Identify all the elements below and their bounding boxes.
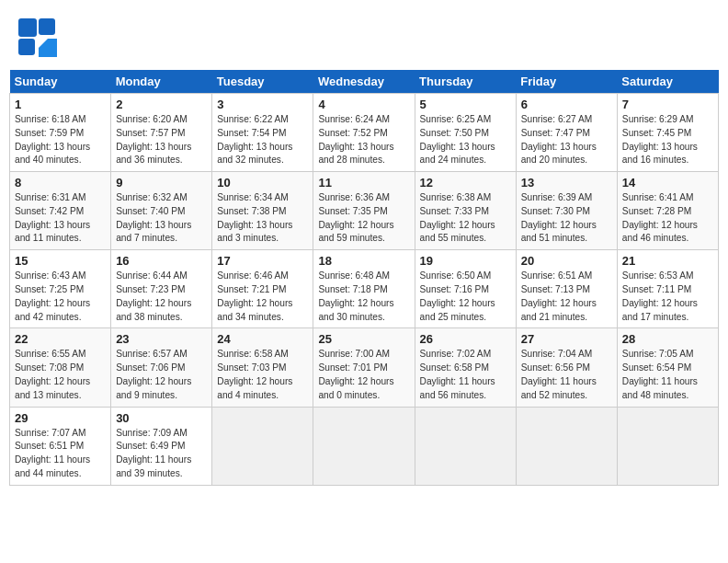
calendar-cell: 17 Sunrise: 6:46 AMSunset: 7:21 PMDaylig… [212,250,313,328]
day-info: Sunrise: 6:38 AMSunset: 7:33 PMDaylight:… [420,191,511,246]
day-number: 17 [217,254,308,268]
day-info: Sunrise: 6:53 AMSunset: 7:11 PMDaylight:… [622,270,713,324]
calendar-cell [516,407,617,485]
day-number: 9 [116,176,207,190]
day-number: 19 [420,254,511,268]
calendar-cell: 10 Sunrise: 6:34 AMSunset: 7:38 PMDaylig… [212,172,313,250]
day-info: Sunrise: 6:25 AMSunset: 7:50 PMDaylight:… [420,113,511,167]
calendar-cell: 9 Sunrise: 6:32 AMSunset: 7:40 PMDayligh… [111,172,212,250]
day-info: Sunrise: 6:22 AMSunset: 7:54 PMDaylight:… [217,113,308,167]
day-number: 4 [318,98,409,111]
calendar-cell: 27 Sunrise: 7:04 AMSunset: 6:56 PMDaylig… [516,328,617,407]
svg-marker-4 [39,39,57,57]
calendar-cell: 22 Sunrise: 6:55 AMSunset: 7:08 PMDaylig… [10,328,111,407]
day-number: 7 [622,98,713,111]
day-number: 10 [217,176,308,190]
day-number: 18 [318,254,409,268]
day-info: Sunrise: 6:34 AMSunset: 7:38 PMDaylight:… [217,191,308,246]
day-info: Sunrise: 6:31 AMSunset: 7:42 PMDaylight:… [15,191,106,246]
day-number: 21 [622,254,713,268]
calendar-cell [313,407,415,485]
logo [9,9,68,64]
calendar-cell [212,407,313,485]
day-info: Sunrise: 6:57 AMSunset: 7:06 PMDaylight:… [116,348,207,402]
calendar-cell: 21 Sunrise: 6:53 AMSunset: 7:11 PMDaylig… [617,250,718,328]
day-number: 20 [521,254,612,268]
day-info: Sunrise: 6:18 AMSunset: 7:59 PMDaylight:… [15,113,106,167]
day-info: Sunrise: 6:29 AMSunset: 7:45 PMDaylight:… [622,113,713,167]
day-number: 8 [15,176,106,190]
col-header-saturday: Saturday [617,70,718,94]
day-info: Sunrise: 6:48 AMSunset: 7:18 PMDaylight:… [318,270,409,324]
day-info: Sunrise: 6:55 AMSunset: 7:08 PMDaylight:… [15,348,106,402]
day-info: Sunrise: 6:20 AMSunset: 7:57 PMDaylight:… [116,113,207,167]
day-number: 24 [217,332,308,346]
col-header-thursday: Thursday [415,70,516,94]
calendar-cell: 15 Sunrise: 6:43 AMSunset: 7:25 PMDaylig… [10,250,111,328]
day-number: 14 [622,176,713,190]
day-info: Sunrise: 7:04 AMSunset: 6:56 PMDaylight:… [521,348,612,402]
calendar-table: SundayMondayTuesdayWednesdayThursdayFrid… [9,70,719,486]
day-info: Sunrise: 6:41 AMSunset: 7:28 PMDaylight:… [622,191,713,246]
day-number: 30 [116,411,207,425]
calendar-cell: 25 Sunrise: 7:00 AMSunset: 7:01 PMDaylig… [313,328,415,407]
calendar-cell: 28 Sunrise: 7:05 AMSunset: 6:54 PMDaylig… [617,328,718,407]
day-number: 29 [15,411,106,425]
day-info: Sunrise: 7:02 AMSunset: 6:58 PMDaylight:… [420,348,511,402]
calendar-cell [415,407,516,485]
day-number: 23 [116,332,207,346]
day-number: 6 [521,98,612,111]
day-number: 22 [15,332,106,346]
calendar-cell: 29 Sunrise: 7:07 AMSunset: 6:51 PMDaylig… [10,407,111,485]
calendar-cell: 18 Sunrise: 6:48 AMSunset: 7:18 PMDaylig… [313,250,415,328]
calendar-cell: 26 Sunrise: 7:02 AMSunset: 6:58 PMDaylig… [415,328,516,407]
day-number: 28 [622,332,713,346]
page-header [9,9,719,64]
calendar-cell: 3 Sunrise: 6:22 AMSunset: 7:54 PMDayligh… [212,94,313,172]
day-number: 3 [217,98,308,111]
calendar-cell: 5 Sunrise: 6:25 AMSunset: 7:50 PMDayligh… [415,94,516,172]
day-info: Sunrise: 6:32 AMSunset: 7:40 PMDaylight:… [116,191,207,246]
day-info: Sunrise: 7:05 AMSunset: 6:54 PMDaylight:… [622,348,713,402]
day-info: Sunrise: 7:00 AMSunset: 7:01 PMDaylight:… [318,348,409,402]
svg-rect-2 [18,39,35,55]
col-header-sunday: Sunday [10,70,111,94]
day-info: Sunrise: 6:44 AMSunset: 7:23 PMDaylight:… [116,270,207,324]
day-number: 26 [420,332,511,346]
day-info: Sunrise: 6:46 AMSunset: 7:21 PMDaylight:… [217,270,308,324]
day-info: Sunrise: 7:09 AMSunset: 6:49 PMDaylight:… [116,427,207,481]
day-number: 5 [420,98,511,111]
calendar-cell [617,407,718,485]
day-info: Sunrise: 7:07 AMSunset: 6:51 PMDaylight:… [15,427,106,481]
day-number: 11 [318,176,409,190]
day-number: 16 [116,254,207,268]
calendar-cell: 24 Sunrise: 6:58 AMSunset: 7:03 PMDaylig… [212,328,313,407]
col-header-friday: Friday [516,70,617,94]
calendar-cell: 7 Sunrise: 6:29 AMSunset: 7:45 PMDayligh… [617,94,718,172]
calendar-cell: 30 Sunrise: 7:09 AMSunset: 6:49 PMDaylig… [111,407,212,485]
calendar-cell: 16 Sunrise: 6:44 AMSunset: 7:23 PMDaylig… [111,250,212,328]
calendar-cell: 4 Sunrise: 6:24 AMSunset: 7:52 PMDayligh… [313,94,415,172]
day-number: 15 [15,254,106,268]
day-info: Sunrise: 6:24 AMSunset: 7:52 PMDaylight:… [318,113,409,167]
day-info: Sunrise: 6:39 AMSunset: 7:30 PMDaylight:… [521,191,612,246]
day-number: 25 [318,332,409,346]
day-info: Sunrise: 6:50 AMSunset: 7:16 PMDaylight:… [420,270,511,324]
col-header-wednesday: Wednesday [313,70,415,94]
day-info: Sunrise: 6:51 AMSunset: 7:13 PMDaylight:… [521,270,612,324]
calendar-cell: 11 Sunrise: 6:36 AMSunset: 7:35 PMDaylig… [313,172,415,250]
day-number: 1 [15,98,106,111]
calendar-cell: 8 Sunrise: 6:31 AMSunset: 7:42 PMDayligh… [10,172,111,250]
day-number: 27 [521,332,612,346]
day-info: Sunrise: 6:36 AMSunset: 7:35 PMDaylight:… [318,191,409,246]
day-number: 12 [420,176,511,190]
calendar-cell: 6 Sunrise: 6:27 AMSunset: 7:47 PMDayligh… [516,94,617,172]
day-info: Sunrise: 6:43 AMSunset: 7:25 PMDaylight:… [15,270,106,324]
calendar-cell: 2 Sunrise: 6:20 AMSunset: 7:57 PMDayligh… [111,94,212,172]
day-info: Sunrise: 6:27 AMSunset: 7:47 PMDaylight:… [521,113,612,167]
col-header-tuesday: Tuesday [212,70,313,94]
calendar-cell: 23 Sunrise: 6:57 AMSunset: 7:06 PMDaylig… [111,328,212,407]
calendar-cell: 13 Sunrise: 6:39 AMSunset: 7:30 PMDaylig… [516,172,617,250]
logo-icon [17,17,57,57]
calendar-cell: 19 Sunrise: 6:50 AMSunset: 7:16 PMDaylig… [415,250,516,328]
